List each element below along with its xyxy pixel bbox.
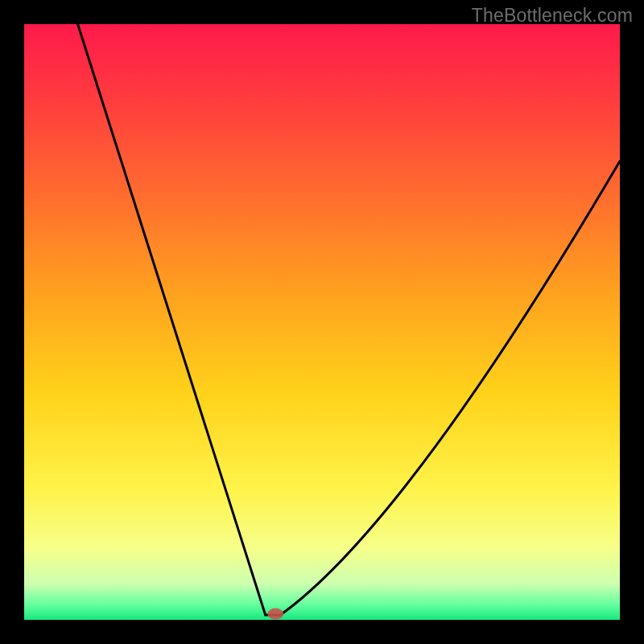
plot-background — [24, 24, 620, 620]
watermark-label: TheBottleneck.com — [472, 5, 633, 27]
chart-frame: TheBottleneck.com — [0, 0, 644, 644]
minimum-marker — [267, 609, 283, 620]
bottleneck-chart — [0, 0, 644, 644]
